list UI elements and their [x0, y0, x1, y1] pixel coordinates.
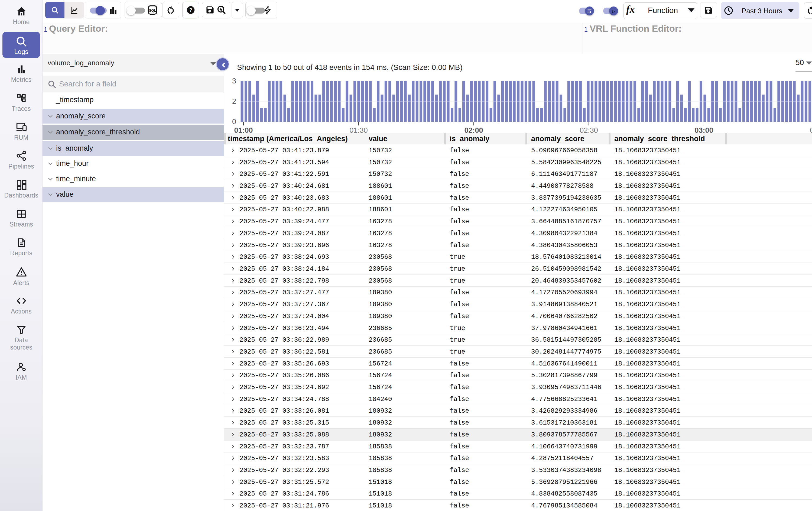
- svg-text:3: 3: [232, 77, 236, 85]
- svg-text:0: 0: [232, 118, 236, 126]
- svg-text:2: 2: [232, 97, 236, 105]
